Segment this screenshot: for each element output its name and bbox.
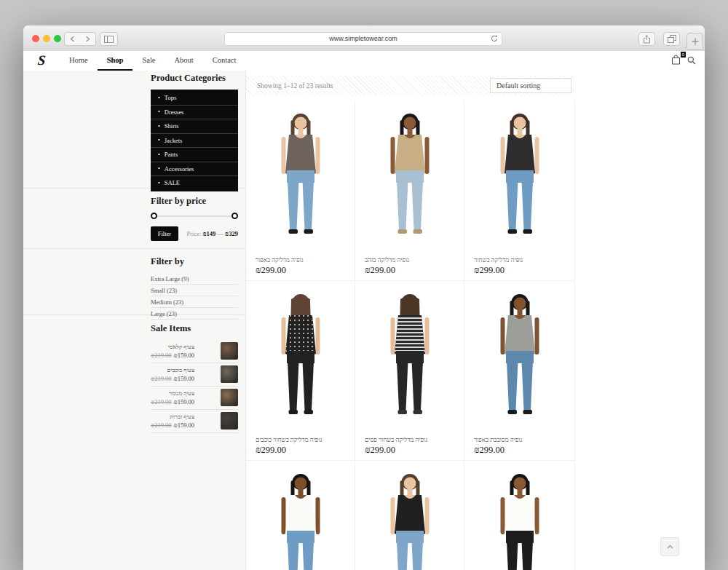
product-name: גופיה מדליקה בשחור [474, 256, 523, 264]
sidebar-divider [23, 248, 245, 249]
nav-item-home[interactable]: Home [60, 51, 98, 71]
product-card[interactable] [464, 461, 575, 570]
shop-main: Showing 1–12 of 23 results Default sorti… [246, 71, 705, 570]
chevron-up-icon [667, 545, 673, 549]
sidebar-toggle-button[interactable] [100, 32, 118, 46]
size-option-large[interactable]: Large (23) [151, 308, 238, 320]
size-option-medium[interactable]: Medium (23) [151, 296, 238, 308]
scroll-to-top-button[interactable] [660, 537, 679, 556]
sale-item[interactable]: צעיף זברות ₪219.00₪159.00 [151, 410, 238, 433]
share-button[interactable] [638, 32, 655, 46]
category-item-dresses[interactable]: •Dresses [151, 106, 238, 120]
site-logo[interactable]: S [37, 52, 47, 68]
forward-button[interactable] [80, 32, 96, 46]
results-count-text: Showing 1–12 of 23 results [257, 76, 333, 96]
price-filter-title: Filter by price [151, 196, 238, 207]
bullet-icon: • [158, 137, 160, 143]
shop-sidebar: Product Categories •Tops •Dresses •Shirt… [23, 71, 246, 570]
close-window-button[interactable] [32, 35, 39, 42]
product-image [359, 468, 461, 570]
show-tabs-button[interactable] [663, 32, 680, 46]
cart-button[interactable]: 0 [671, 55, 681, 68]
product-image [250, 108, 352, 246]
filter-button[interactable]: Filter [151, 226, 178, 241]
price-slider-track [153, 215, 236, 217]
url-text: www.simpletowear.com [329, 35, 397, 42]
price-range-text: Price: ₪149 — ₪329 [186, 230, 238, 237]
price-min: ₪149 [202, 230, 215, 237]
main-nav: Home Shop Sale About Contact [60, 51, 245, 71]
plus-icon [692, 38, 699, 45]
category-item-shirts[interactable]: •Shirts [151, 119, 238, 134]
bullet-icon: • [158, 108, 160, 115]
chevron-right-icon [85, 36, 90, 42]
url-field[interactable]: www.simpletowear.com [224, 32, 502, 46]
category-item-accessories[interactable]: •Accessories [151, 162, 238, 177]
category-list: •Tops •Dresses •Shirts •Jackets •Pants •… [151, 90, 238, 191]
product-name: גופיה מדליקה בשחור כוכבים [256, 436, 322, 443]
price-slider-max-handle[interactable] [232, 213, 238, 219]
product-image [469, 288, 571, 427]
product-image [359, 108, 461, 246]
minimize-window-button[interactable] [43, 35, 50, 42]
product-card[interactable]: גופיה מדליקה באפור ₪299.00 [246, 100, 355, 281]
category-item-pants[interactable]: •Pants [151, 148, 238, 162]
price-max: ₪329 [225, 230, 238, 237]
size-filter-section: Filter by Extra Large (9) Small (23) Med… [151, 256, 238, 320]
product-image [469, 468, 571, 570]
price-slider-min-handle[interactable] [151, 213, 157, 219]
product-card[interactable]: גופיה מדליקה בשחור כוכבים ₪299.00 [246, 281, 355, 461]
sale-item-thumbnail [221, 365, 238, 383]
product-categories-title: Product Categories [151, 73, 238, 84]
product-image [359, 288, 461, 427]
sale-item[interactable]: צעיף מנומר ₪219.00₪159.00 [151, 387, 238, 410]
chevron-left-icon [70, 36, 75, 42]
size-filter-title: Filter by [151, 256, 238, 267]
browser-window: www.simpletowear.com S Home Shop Sale Ab… [23, 25, 705, 570]
sale-item-thumbnail [221, 342, 238, 360]
sale-item[interactable]: צעיף קלאסי ₪219.00₪159.00 [151, 340, 238, 363]
results-bar: Showing 1–12 of 23 results Default sorti… [246, 76, 574, 96]
product-card[interactable]: גופיה מסובבת באפור ₪299.00 [464, 281, 575, 461]
search-icon [687, 56, 696, 65]
bullet-icon: • [158, 151, 160, 158]
tabs-icon [668, 35, 676, 43]
reload-icon[interactable] [490, 34, 499, 47]
nav-item-sale[interactable]: Sale [132, 51, 165, 71]
new-tab-button[interactable] [687, 33, 703, 50]
nav-item-shop[interactable]: Shop [98, 51, 133, 71]
sale-items-title: Sale Items [151, 323, 238, 334]
size-option-extra-large[interactable]: Extra Large (9) [151, 273, 238, 285]
product-card[interactable] [246, 461, 355, 570]
bullet-icon: • [158, 95, 160, 101]
sorting-select[interactable]: Default sorting [490, 78, 571, 93]
cart-count-badge: 0 [681, 52, 686, 58]
product-price: ₪299.00 [256, 445, 286, 456]
site-header: S Home Shop Sale About Contact 0 [23, 51, 705, 71]
product-price: ₪299.00 [256, 265, 286, 276]
product-name: גופיה מדליקה בשחור פסים [365, 436, 427, 443]
product-name: גופיה מדליקה באפור [256, 256, 304, 264]
back-button[interactable] [64, 32, 81, 46]
price-filter-section: Filter by price Filter Price: ₪149 — ₪32… [151, 196, 238, 241]
category-item-tops[interactable]: •Tops [151, 91, 238, 106]
sidebar-toggle-icon [104, 36, 114, 43]
product-image [469, 108, 571, 246]
category-item-jackets[interactable]: •Jackets [151, 134, 238, 149]
product-card[interactable]: גופיה מדליקה בזהב ₪299.00 [355, 100, 464, 281]
nav-item-about[interactable]: About [165, 51, 203, 71]
page-content: Product Categories •Tops •Dresses •Shirt… [23, 71, 705, 570]
product-card[interactable] [355, 461, 464, 570]
search-button[interactable] [687, 55, 696, 68]
product-card[interactable]: גופיה מדליקה בשחור פסים ₪299.00 [355, 281, 464, 461]
sale-item[interactable]: צעיף כוכבים ₪219.00₪159.00 [151, 363, 238, 387]
product-price: ₪299.00 [474, 445, 505, 456]
product-card[interactable]: גופיה מדליקה בשחור ₪299.00 [464, 100, 575, 281]
size-option-small[interactable]: Small (23) [151, 285, 238, 296]
header-icons: 0 [671, 51, 696, 71]
category-item-sale[interactable]: •SALE [151, 176, 238, 190]
shopping-bag-icon [671, 55, 681, 65]
zoom-window-button[interactable] [54, 35, 61, 42]
nav-item-contact[interactable]: Contact [203, 51, 246, 71]
bullet-icon: • [158, 180, 160, 186]
